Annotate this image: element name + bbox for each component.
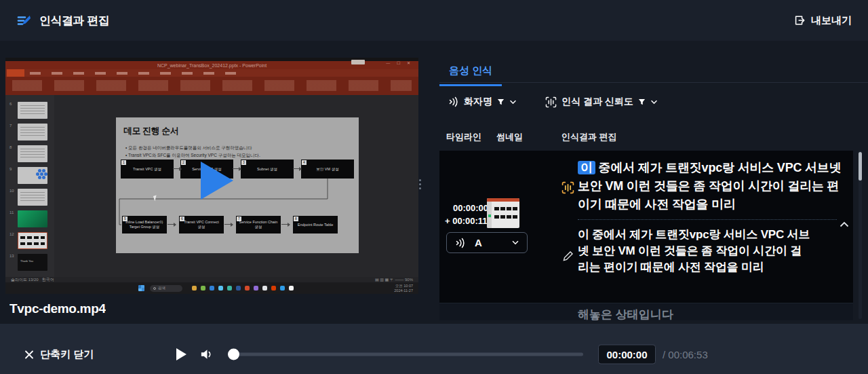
export-button[interactable]: 내보내기 bbox=[793, 14, 852, 27]
slide-thumb: 8 bbox=[9, 145, 54, 162]
confidence-icon bbox=[545, 96, 557, 108]
mouse-cursor bbox=[153, 195, 158, 201]
play-button[interactable] bbox=[176, 348, 186, 360]
player-bar: 단축키 닫기 00:00:00 / 00:06:53 bbox=[0, 324, 868, 374]
column-timeline: 타임라인 bbox=[446, 131, 481, 143]
window-controls: — ☐ ✕ bbox=[386, 60, 413, 65]
voice-icon bbox=[448, 96, 459, 107]
tab-divider bbox=[439, 82, 868, 83]
speaker-value: A bbox=[475, 237, 482, 248]
scrollbar-thumb[interactable] bbox=[859, 152, 862, 181]
ppt-file-tab bbox=[7, 69, 24, 77]
slide-thumb: 9 bbox=[9, 167, 54, 184]
slide-thumb-current: 12 bbox=[9, 232, 54, 249]
flow-box: 5Inline Load Balancer와 Target Group 생성 bbox=[122, 216, 167, 233]
filter-row: 화자명 인식 결과 신뢰도 bbox=[448, 96, 658, 108]
chevron-down-icon bbox=[509, 100, 517, 105]
chevron-down-icon bbox=[511, 240, 519, 245]
windows-taskbar: 검색 오전 10:072024-11-27 bbox=[5, 282, 418, 294]
volume-button[interactable] bbox=[199, 348, 214, 360]
total-time: / 00:06:53 bbox=[663, 349, 708, 360]
next-row-preview-text: 해놓은 상태입니다 bbox=[578, 307, 673, 320]
flow-box: 4보안 VM 생성 bbox=[301, 160, 354, 179]
row-collapse-chevron-icon[interactable] bbox=[840, 221, 849, 227]
flow-box: 6Transit VPC Connect 생성 bbox=[179, 216, 224, 233]
chevron-down-icon bbox=[650, 100, 658, 105]
confidence-flag-icon bbox=[561, 181, 574, 194]
taskbar-search: 검색 bbox=[150, 285, 182, 292]
slide-title: 데모 진행 순서 bbox=[123, 125, 178, 137]
edited-text[interactable]: 이 중에서 제가 트랜짓vpc랑 서비스 VPC 서브넷 보안 VM 이런 것들… bbox=[578, 227, 812, 276]
app-header: 인식결과 편집 내보내기 bbox=[0, 0, 868, 41]
slide-thumb: 13Thank You bbox=[9, 254, 54, 271]
ppt-slide-thumbnails: 6 7 8 9 10 11 12 13Thank You bbox=[5, 95, 54, 277]
flow-box: 1Transit VPC 생성 bbox=[121, 160, 174, 179]
slide-thumb: 10 bbox=[9, 189, 54, 206]
ppt-ribbon-tabs bbox=[5, 69, 418, 77]
flow-box: 3Subnet 생성 bbox=[241, 160, 294, 179]
column-edit: 인식결과 편집 bbox=[561, 131, 617, 143]
slide-bullet: Transit VPC와 SFC를 이용하여 Security VPC 구성하는… bbox=[125, 153, 260, 159]
video-filename: Tvpc-demo.mp4 bbox=[9, 301, 106, 318]
taskbar-clock: 오전 10:072024-11-27 bbox=[394, 284, 418, 293]
highlighted-word[interactable]: 이 bbox=[578, 161, 595, 174]
slide-thumb: 11 bbox=[9, 210, 54, 227]
export-icon bbox=[793, 14, 806, 26]
ppt-record-button bbox=[351, 60, 365, 64]
transcript-list: 00:00:00 + 00:00:11 A 이 중에서 제가 트랜짓vpc랑 서… bbox=[439, 151, 853, 320]
ppt-status-bar: 슬라이드 13/20 한국어 ▤ ▥ ▦ 〒 ─── 90% bbox=[5, 277, 418, 282]
row-start-time: 00:00:00 bbox=[453, 203, 488, 213]
page-title: 인식결과 편집 bbox=[39, 13, 109, 29]
windows-start-icon bbox=[138, 285, 144, 291]
confidence-filter-button[interactable]: 인식 결과 신뢰도 bbox=[545, 96, 658, 108]
flow-box: 7Service Function Chain 생성 bbox=[236, 216, 281, 233]
slide-bullet: 모든 환경은 네이버클라우드플랫폼의 서비스로 구현하였습니다 bbox=[125, 145, 252, 151]
taskbar-icons bbox=[192, 286, 294, 291]
transcript-scrollbar[interactable] bbox=[859, 151, 862, 319]
seek-slider[interactable] bbox=[228, 349, 583, 360]
panel-resize-handle[interactable] bbox=[419, 179, 421, 189]
ppt-current-slide: 데모 진행 순서 모든 환경은 네이버클라우드플랫폼의 서비스로 구현하였습니다… bbox=[116, 117, 359, 253]
row-duration: + 00:00:11 bbox=[445, 216, 488, 226]
dotted-divider bbox=[578, 219, 837, 220]
current-time-input[interactable]: 00:00:00 bbox=[598, 345, 656, 364]
video-player[interactable]: NCP_webinar_TransBox_202412.pptx - Power… bbox=[5, 58, 418, 294]
close-icon bbox=[24, 350, 34, 359]
transcript-thumbnail[interactable] bbox=[487, 198, 519, 228]
slide-thumb: 6 bbox=[9, 102, 54, 119]
edit-pencil-icon[interactable] bbox=[563, 251, 573, 261]
seek-track[interactable] bbox=[228, 353, 583, 356]
slide-thumb: 7 bbox=[9, 124, 54, 141]
app-logo-icon bbox=[16, 12, 33, 29]
close-shortcuts-button[interactable]: 단축키 닫기 bbox=[24, 348, 94, 361]
voice-icon bbox=[454, 238, 466, 248]
video-play-overlay-icon[interactable] bbox=[201, 162, 233, 200]
seek-knob[interactable] bbox=[228, 349, 239, 360]
flow-box: 8Endpoint Route Table bbox=[293, 216, 338, 233]
speaker-filter-button[interactable]: 화자명 bbox=[448, 96, 517, 108]
funnel-icon bbox=[638, 98, 646, 106]
column-thumbnail: 썸네일 bbox=[496, 131, 523, 143]
funnel-icon bbox=[497, 98, 505, 106]
ppt-ribbon bbox=[5, 77, 418, 95]
tab-speech-recognition[interactable]: 음성 인식 bbox=[439, 64, 502, 86]
speaker-select[interactable]: A bbox=[446, 232, 528, 253]
recognized-text[interactable]: 이 중에서 제가 트랜짓vpc랑 서비스 VPC 서브넷 보안 VM 이런 것들… bbox=[578, 159, 849, 214]
transcript-row[interactable]: 00:00:00 + 00:00:11 A 이 중에서 제가 트랜짓vpc랑 서… bbox=[439, 151, 853, 303]
